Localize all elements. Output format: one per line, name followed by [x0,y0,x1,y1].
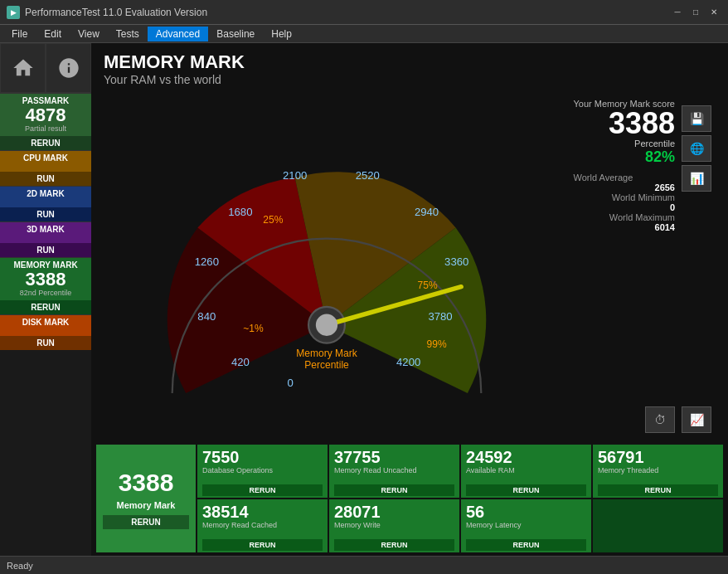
svg-text:0: 0 [288,377,294,389]
cpu-label: CPU MARK [0,151,91,163]
cpu-run-button[interactable]: RUN [0,172,91,186]
tile-mem-latency-rerun[interactable]: RERUN [466,539,586,551]
disk-label: DISK MARK [0,315,91,328]
sidebar-top-buttons [0,43,91,93]
tile-mem-write-label: Memory Write [334,521,454,538]
sidebar-section-3d: 3D MARK RUN [0,221,91,257]
world-avg-label: World Average [574,173,633,182]
gauge-bottom-button[interactable]: ⏱ [645,406,675,433]
svg-text:~1%: ~1% [243,323,264,335]
chart-bottom-button[interactable]: 📈 [682,406,711,433]
menu-file[interactable]: File [3,27,36,41]
menu-bar: File Edit View Tests Advanced Baseline H… [0,25,728,43]
tile-available-ram-number: 24592 [466,448,586,466]
sidebar-section-2d: 2D MARK RUN [0,186,91,221]
score-tiles: 3388 Memory Mark RERUN 7550 Database Ope… [91,441,728,556]
sidebar-section-memory: MEMORY MARK 3388 82nd Percentile RERUN [0,257,91,314]
2d-label: 2D MARK [0,187,91,199]
svg-point-18 [316,314,337,336]
svg-text:1680: 1680 [228,206,252,218]
chart-icon-button[interactable]: 📊 [682,165,711,192]
score-panel: Your Memory Mark score 3388 Percentile 8… [574,99,711,232]
page-subtitle: Your RAM vs the world [104,73,716,86]
maximize-button[interactable]: □ [688,5,703,20]
svg-text:3360: 3360 [444,256,468,269]
menu-edit[interactable]: Edit [36,27,70,41]
content-area: MEMORY MARK Your RAM vs the world [91,43,728,556]
close-button[interactable]: ✕ [706,5,721,20]
svg-text:4200: 4200 [396,356,420,368]
status-text: Ready [7,561,33,571]
world-min-value: 0 [574,202,675,212]
tile-mem-threaded-rerun[interactable]: RERUN [598,484,718,496]
window-controls: ─ □ ✕ [670,5,721,20]
memory-mark-score: 3388 [574,109,675,139]
gauge-container: 0 420 840 1260 1680 2100 2520 2940 [99,95,554,437]
tile-db-ops-number: 7550 [202,448,323,466]
save-icon-button[interactable]: 💾 [682,105,711,132]
right-panel: Your Memory Mark score 3388 Percentile 8… [554,95,720,437]
3d-label: 3D MARK [0,222,91,235]
svg-text:1260: 1260 [195,256,219,269]
percentile-value: 82% [574,148,675,166]
bottom-icons: ⏱ 📈 [645,406,711,437]
tile-available-ram: 24592 Available RAM RERUN [461,445,591,498]
home-button[interactable] [0,43,46,93]
main-tile: 3388 Memory Mark RERUN [96,445,196,552]
memory-score: 3388 [0,270,91,289]
menu-baseline[interactable]: Baseline [208,27,263,41]
main-tile-label: Memory Mark [117,500,176,510]
world-max-value: 6014 [574,222,675,232]
tile-db-ops-rerun[interactable]: RERUN [202,484,323,496]
gauge-area: 0 420 840 1260 1680 2100 2520 2940 [91,90,728,441]
tile-available-ram-rerun[interactable]: RERUN [466,484,586,496]
tile-mem-read-uncached-rerun[interactable]: RERUN [334,484,454,496]
status-bar: Ready [0,556,728,574]
menu-tests[interactable]: Tests [108,27,148,41]
main-tile-rerun[interactable]: RERUN [103,515,189,529]
disk-run-button[interactable]: RUN [0,336,91,350]
svg-text:Percentile: Percentile [304,359,349,371]
minimize-button[interactable]: ─ [670,5,685,20]
sidebar: PASSMARK 4878 Partial result RERUN CPU M… [0,43,91,556]
tile-mem-threaded-number: 56791 [598,448,718,466]
tile-mem-read-cached: 38514 Memory Read Cached RERUN [197,499,328,552]
passmark-sub: Partial result [0,124,91,133]
title-bar: ▶ PerformanceTest 11.0 Evaluation Versio… [0,0,728,25]
tile-available-ram-label: Available RAM [466,466,586,483]
2d-run-button[interactable]: RUN [0,207,91,221]
sidebar-section-passmark: PASSMARK 4878 Partial result RERUN [0,93,91,150]
passmark-rerun-button[interactable]: RERUN [0,136,91,150]
window-title: PerformanceTest 11.0 Evaluation Version [25,7,670,18]
world-avg-value: 2656 [574,182,675,192]
tile-mem-read-cached-label: Memory Read Cached [202,521,323,538]
tile-mem-write: 28071 Memory Write RERUN [329,499,459,552]
tile-empty [593,499,723,552]
svg-text:840: 840 [197,310,216,323]
globe-icon-button[interactable]: 🌐 [682,135,711,162]
memory-rerun-button[interactable]: RERUN [0,300,91,314]
tile-mem-latency-label: Memory Latency [466,521,586,538]
sidebar-section-cpu: CPU MARK RUN [0,150,91,186]
main-area: PASSMARK 4878 Partial result RERUN CPU M… [0,43,728,556]
tile-mem-write-number: 28071 [334,503,454,521]
menu-advanced[interactable]: Advanced [148,27,208,41]
app-icon: ▶ [7,6,20,19]
svg-text:75%: 75% [418,280,438,291]
menu-help[interactable]: Help [263,27,300,41]
side-icons: 💾 🌐 📊 [682,105,711,192]
menu-view[interactable]: View [70,27,108,41]
tile-db-ops-label: Database Operations [202,466,323,483]
3d-run-button[interactable]: RUN [0,243,91,257]
tile-mem-threaded: 56791 Memory Threaded RERUN [593,445,723,498]
gauge-svg: 0 420 840 1260 1680 2100 2520 2940 [99,95,554,437]
passmark-score: 4878 [0,106,91,124]
tile-mem-write-rerun[interactable]: RERUN [334,539,454,551]
svg-text:3780: 3780 [428,310,452,323]
info-button[interactable] [46,43,91,93]
sidebar-section-disk: DISK MARK RUN [0,314,91,350]
tile-mem-read-cached-rerun[interactable]: RERUN [202,539,323,551]
tile-db-ops: 7550 Database Operations RERUN [197,445,328,498]
svg-text:Memory Mark: Memory Mark [296,348,358,359]
tiles-grid: 7550 Database Operations RERUN 37755 Mem… [197,445,723,552]
